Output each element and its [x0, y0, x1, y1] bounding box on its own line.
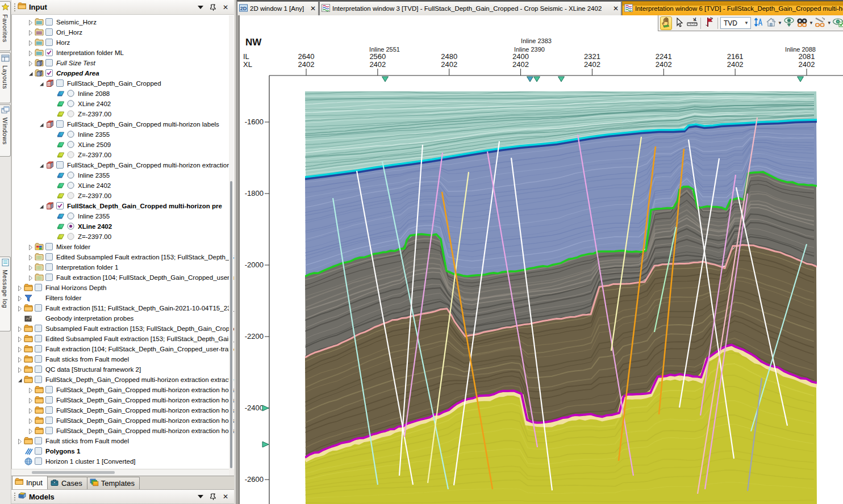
tree-row[interactable]: Interpretation folder 1 [12, 262, 234, 272]
panel-close-button[interactable]: ✕ [222, 3, 229, 11]
tree-checkbox[interactable] [56, 202, 64, 209]
inspector-binoculars-button[interactable] [796, 16, 808, 30]
tree-radio[interactable] [67, 151, 74, 158]
tree-row[interactable]: Full Size Test [12, 58, 234, 68]
tree-row[interactable]: Fault extraction [511; FullStack_Depth_G… [12, 303, 234, 313]
tree-expand-arrow[interactable] [39, 203, 44, 209]
tree-checkbox[interactable] [35, 366, 42, 373]
tree-expand-arrow[interactable] [28, 275, 34, 280]
tree-checkbox[interactable] [45, 263, 53, 271]
tree-expand-arrow[interactable] [28, 408, 34, 413]
tree-row[interactable]: Fault extraction [104; FullStack_Depth_G… [12, 344, 234, 354]
tree-row[interactable]: Inline 2088 [12, 89, 234, 99]
tree-checkbox[interactable] [45, 253, 53, 261]
tree-expand-arrow[interactable] [39, 162, 44, 168]
tree-checkbox[interactable] [45, 243, 53, 250]
tree-checkbox[interactable] [56, 161, 64, 169]
tree-checkbox[interactable] [35, 335, 42, 342]
tree-radio[interactable] [67, 110, 74, 117]
tree-expand-arrow[interactable] [17, 336, 23, 342]
tree-row[interactable]: Inline 2355 [12, 211, 234, 221]
tree-expand-arrow[interactable] [28, 254, 34, 260]
tree-row[interactable]: FullStack_Depth_Gain_Cropped multi-horiz… [12, 415, 234, 426]
dock-tab-cases[interactable]: Cases [47, 477, 87, 489]
tree-expand-arrow[interactable] [28, 244, 34, 250]
tree-row[interactable]: Z=-2397.00 [12, 150, 234, 160]
tree-row[interactable]: Seismic_Horz [12, 17, 234, 27]
tree-checkbox[interactable] [45, 18, 53, 26]
tree-row[interactable]: Fault sticks from Fault model [12, 436, 234, 446]
panel-close-button[interactable]: ✕ [222, 493, 229, 501]
domain-select[interactable]: TVD▼ [720, 17, 751, 29]
tree-expand-arrow[interactable] [28, 387, 34, 393]
sidebar-tab-layouts[interactable]: Layouts [0, 52, 11, 103]
tree-expand-arrow[interactable] [17, 295, 23, 301]
home-view-button[interactable] [765, 16, 777, 30]
tree-radio[interactable] [67, 131, 74, 138]
tree-row[interactable]: Cropped Area [12, 68, 234, 78]
tree-checkbox[interactable] [45, 28, 53, 36]
tree-vertical-scrollbar[interactable] [229, 15, 233, 469]
tree-checkbox[interactable] [56, 120, 64, 128]
tree-horizontal-scrollbar[interactable] [11, 469, 229, 476]
tree-expand-arrow[interactable] [17, 356, 23, 362]
tree-row[interactable]: FullStack_Depth_Gain_Cropped [12, 78, 234, 89]
tree-checkbox[interactable] [35, 325, 42, 332]
tree-expand-arrow[interactable] [17, 285, 23, 291]
tree-expand-arrow[interactable] [28, 19, 34, 25]
tree-radio[interactable] [67, 233, 74, 240]
dock-splitter[interactable] [234, 0, 240, 504]
tree-checkbox[interactable] [45, 49, 53, 56]
tree-expand-arrow[interactable] [28, 418, 34, 423]
view-from-above-button[interactable] [783, 16, 795, 30]
tree-checkbox[interactable] [35, 457, 42, 465]
tree-checkbox[interactable] [35, 284, 42, 291]
window-tab-3[interactable]: Interpretation window 6 [TVD] - FullStac… [622, 1, 843, 15]
fault-top-marker[interactable] [558, 77, 565, 82]
tree-expand-arrow[interactable] [28, 30, 34, 35]
tree-expand-arrow[interactable] [17, 326, 23, 331]
tree-checkbox[interactable] [45, 386, 53, 393]
tree-row[interactable]: Edited Subsampled Fault extraction [153;… [12, 334, 234, 344]
tree-checkbox[interactable] [35, 304, 42, 312]
tree-row[interactable]: Fault extraction [104; FullStack_Depth_G… [12, 272, 234, 283]
tree-row[interactable]: Z=-2397.00 [12, 109, 234, 119]
tree-expand-arrow[interactable] [17, 305, 23, 311]
tree-expand-arrow[interactable] [28, 264, 34, 270]
tree-row[interactable]: Mixer folder [12, 242, 234, 252]
dropdown-arrow-icon[interactable]: ▼ [809, 20, 813, 26]
sidebar-tab-favorites[interactable]: Favorites [0, 1, 11, 51]
tree-checkbox[interactable] [35, 447, 42, 455]
tree-row[interactable]: Fault sticks from Fault model [12, 354, 234, 364]
tree-checkbox[interactable] [45, 69, 53, 77]
sidebar-tab-windows[interactable]: Windows [0, 104, 11, 157]
window-tab-1[interactable]: 2D2D window 1 [Any]✕ [237, 1, 319, 15]
tree-checkbox[interactable] [45, 59, 53, 66]
tree-row[interactable]: Polygons 1 [12, 446, 234, 456]
tree-expand-arrow[interactable] [28, 40, 34, 45]
tree-radio[interactable] [67, 100, 74, 107]
tree-radio[interactable] [67, 90, 74, 97]
tree-row[interactable]: XLine 2402 [12, 180, 234, 191]
tree-row[interactable]: XLine 2402 [12, 99, 234, 109]
tree-expand-arrow[interactable] [28, 50, 34, 56]
select-visualize-button[interactable] [815, 16, 827, 30]
tree-expand-arrow[interactable] [17, 377, 23, 383]
fault-top-marker[interactable] [534, 77, 540, 82]
tree-radio[interactable] [67, 222, 74, 230]
tree-row[interactable]: Subsampled Fault extraction [153; FullSt… [12, 324, 234, 334]
panel-menu-button[interactable] [197, 493, 205, 501]
tree-checkbox[interactable] [35, 437, 42, 444]
panel-pin-button[interactable] [209, 3, 217, 11]
vertical-scale-tool[interactable] [752, 16, 764, 30]
tree-row[interactable]: Filters folder [12, 293, 234, 303]
tree-expand-arrow[interactable] [28, 70, 34, 76]
select-tool[interactable] [673, 16, 685, 30]
tree-checkbox[interactable] [56, 79, 64, 87]
tree-expand-arrow[interactable] [17, 438, 23, 444]
tree-checkbox[interactable] [45, 39, 53, 46]
tree-checkbox[interactable] [35, 345, 42, 352]
tree-row[interactable]: FullStack_Depth_Gain_Cropped multi-horiz… [12, 385, 234, 395]
tree-expand-arrow[interactable] [39, 121, 44, 127]
dock-tab-input[interactable]: Input [12, 476, 48, 489]
